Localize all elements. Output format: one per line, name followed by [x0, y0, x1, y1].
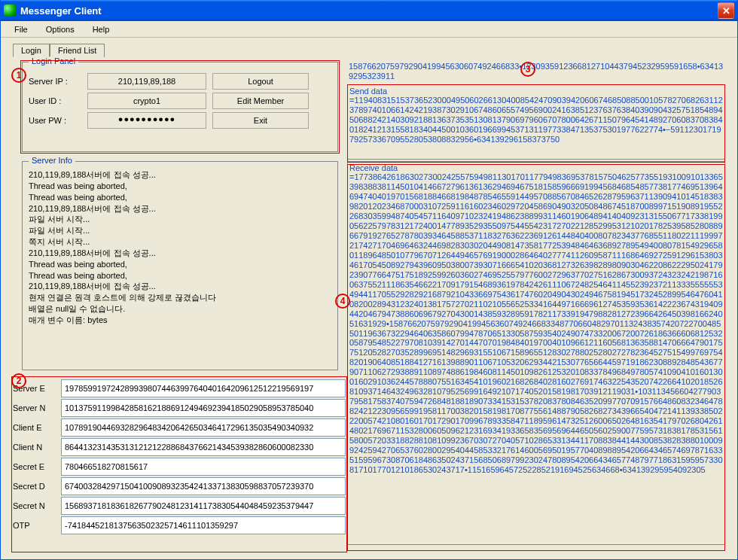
- keys-panel: Server E Server N Client E Client N Secr…: [13, 378, 346, 536]
- field-secret-d[interactable]: [61, 477, 346, 495]
- tab-friend-list[interactable]: Friend List: [50, 44, 105, 57]
- tabs: Login Friend List: [13, 44, 105, 57]
- server-info-panel: Server Info 210,119,89,188서버에 접속 성공... T…: [22, 161, 338, 370]
- field-otp[interactable]: [61, 516, 346, 534]
- field-client-n[interactable]: [61, 438, 346, 456]
- annotation-circle-3: 3: [520, 62, 535, 77]
- annotation-circle-4: 4: [335, 294, 350, 309]
- label-server-n: Server N: [13, 403, 61, 412]
- label-client-e: Client E: [13, 423, 61, 432]
- user-id-field[interactable]: [87, 93, 206, 109]
- label-server-ip: Server IP :: [29, 77, 81, 86]
- label-secret-e: Secret E: [13, 462, 61, 471]
- close-icon: ✕: [722, 5, 730, 17]
- menu-file[interactable]: File: [7, 23, 35, 35]
- menu-options[interactable]: Options: [38, 23, 82, 35]
- tab-login[interactable]: Login: [13, 44, 50, 57]
- field-client-e[interactable]: [61, 418, 346, 437]
- field-server-e[interactable]: [61, 379, 346, 397]
- receive-data-box: Receive data =17738642618630273002425575…: [347, 161, 725, 545]
- server-info-log[interactable]: 210,119,89,188서버에 접속 성공... Thread was be…: [29, 169, 331, 364]
- receive-data-body: =177386426186302730024255759498113017011…: [349, 172, 723, 475]
- header-numbers: 1587662075979290419945630607492466833•12…: [347, 62, 725, 83]
- titlebar: Messenger Client ✕: [1, 0, 737, 21]
- login-panel-legend: Login Panel: [29, 56, 78, 65]
- label-user-pw: User PW :: [29, 116, 81, 125]
- annotation-circle-2: 2: [11, 373, 26, 388]
- right-pane: 1587662075979290419945630607492466833•12…: [347, 62, 725, 549]
- annotation-circle-1: 1: [11, 68, 26, 83]
- app-icon: [4, 5, 16, 17]
- field-secret-e[interactable]: [61, 458, 346, 476]
- server-info-legend: Server Info: [29, 156, 75, 165]
- logout-button[interactable]: Logout: [212, 73, 309, 90]
- login-panel: Login Panel Server IP : Logout User ID :…: [22, 62, 338, 152]
- label-otp: OTP: [13, 521, 61, 530]
- field-server-n[interactable]: [61, 399, 346, 417]
- menu-help[interactable]: Help: [85, 23, 117, 35]
- label-secret-n: Secret N: [13, 501, 61, 510]
- exit-button[interactable]: Exit: [212, 112, 309, 129]
- close-button[interactable]: ✕: [718, 2, 734, 19]
- receive-data-title: Receive data: [349, 163, 723, 172]
- send-data-body: =119408315153736523000495060266130400854…: [349, 96, 723, 145]
- app-window: Messenger Client ✕ File Options Help Log…: [0, 0, 738, 560]
- content-area: Login Friend List Login Panel Server IP …: [1, 38, 737, 559]
- send-data-box: Send data =11940831515373652300049506026…: [347, 84, 725, 160]
- window-title: Messenger Client: [20, 5, 718, 17]
- server-ip-field[interactable]: [87, 73, 206, 90]
- label-client-n: Client N: [13, 443, 61, 452]
- label-secret-d: Secret D: [13, 482, 61, 491]
- send-data-title: Send data: [349, 87, 723, 96]
- menubar: File Options Help: [1, 21, 737, 38]
- label-user-id: User ID :: [29, 96, 81, 105]
- user-pw-field[interactable]: ●●●●●●●●●●: [87, 112, 206, 129]
- field-secret-n[interactable]: [61, 497, 346, 515]
- edit-member-button[interactable]: Edit Member: [212, 93, 309, 109]
